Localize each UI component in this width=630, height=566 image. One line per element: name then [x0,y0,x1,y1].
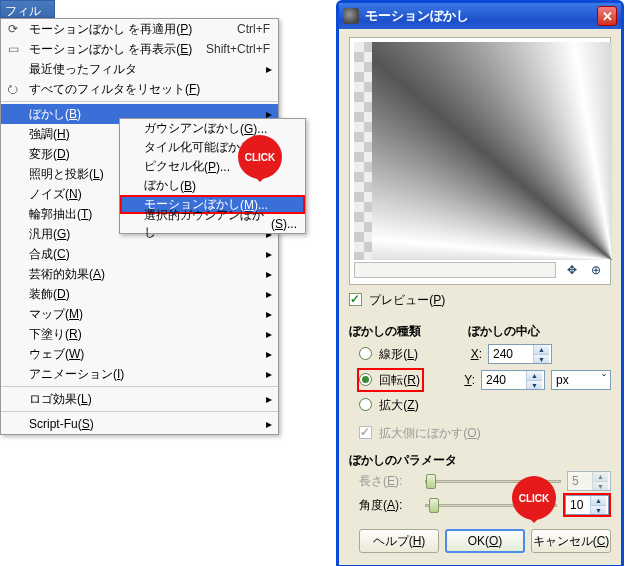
annotation-red-box: ▲▼ [563,493,611,517]
blur-center-group-label: ぼかしの中心 [468,323,611,340]
menu-combine[interactable]: 合成(C)▸ [1,244,278,264]
center-x-spinner[interactable]: ▲▼ [488,344,552,364]
center-x-label: X: [468,347,482,361]
radio-linear-label: 線形(L) [379,347,418,361]
radio-linear[interactable] [359,347,372,360]
preview-checkbox[interactable] [349,293,362,306]
angle-label: 角度(A): [359,497,419,514]
center-y-input[interactable] [482,373,526,387]
blur-outside-label: 拡大側にぼかす(O) [379,426,480,440]
help-button[interactable]: ヘルプ(H) [359,529,439,553]
center-y-label: Y: [461,373,475,387]
menu-decor[interactable]: 装飾(D)▸ [1,284,278,304]
center-x-input[interactable] [489,347,533,361]
radio-zoom[interactable] [359,398,372,411]
radio-rotation-label: 回転(R) [379,373,420,387]
close-icon: ✕ [602,9,613,24]
menu-logo[interactable]: ロゴ効果(L)▸ [1,389,278,409]
menu-reshow[interactable]: ▭ モーションぼかし を再表示(E) Shift+Ctrl+F [1,39,278,59]
annotation-red-box: 回転(R) [357,368,424,392]
menu-map[interactable]: マップ(M)▸ [1,304,278,324]
unit-select[interactable]: px ˇ [551,370,611,390]
menu-scriptfu[interactable]: Script-Fu(S)▸ [1,414,278,434]
preview-image [354,42,612,260]
length-input [568,474,592,488]
dialog-titlebar[interactable]: モーションぼかし ✕ [339,3,621,29]
sub-selgauss[interactable]: 選択的ガウシアンぼかし(S)... [120,214,305,233]
length-label: 長さ(E): [359,473,419,490]
preview-h-scrollbar[interactable] [354,262,556,278]
center-y-spinner[interactable]: ▲▼ [481,370,545,390]
angle-spinner[interactable]: ▲▼ [565,495,609,515]
app-icon [343,8,359,24]
reapply-icon: ⟳ [5,21,21,37]
blur-outside-checkbox [359,426,372,439]
radio-rotation[interactable] [359,373,372,386]
blur-type-group-label: ぼかしの種類 [349,323,464,340]
click-bubble-1: CLICK [238,135,282,179]
zoom-nav-icon[interactable]: ⊕ [586,262,606,278]
filter-menu-title[interactable]: フィルタ(R) [0,0,55,18]
click-bubble-2: CLICK [512,476,556,520]
menu-art[interactable]: 芸術的効果(A)▸ [1,264,278,284]
spinner-up-icon[interactable]: ▲ [591,496,606,505]
preview-label: プレビュー(P) [369,293,445,307]
move-icon[interactable]: ✥ [562,262,582,278]
menu-underpaint[interactable]: 下塗り(R)▸ [1,324,278,344]
menu-web[interactable]: ウェブ(W)▸ [1,344,278,364]
reshow-icon: ▭ [5,41,21,57]
dialog-title: モーションぼかし [365,7,597,25]
slider-handle [426,474,436,489]
close-button[interactable]: ✕ [597,6,617,26]
spinner-down-icon[interactable]: ▼ [527,380,542,389]
blur-param-group-label: ぼかしのパラメータ [349,452,611,469]
ok-button[interactable]: OK(O) [445,529,525,553]
blur-submenu: ガウシアンぼかし(G)... タイル化可能ぼかし(T)... ピクセル化(P).… [119,118,306,234]
length-spinner: ▲▼ [567,471,611,491]
spinner-up-icon[interactable]: ▲ [534,345,549,354]
motion-blur-dialog: モーションぼかし ✕ ✥ ⊕ プレビュー(P) ぼかしの種類 ぼかしの中心 [336,0,624,566]
menu-reset[interactable]: ⭮ すべてのフィルタをリセット(F) [1,79,278,99]
menu-reapply[interactable]: ⟳ モーションぼかし を再適用(P) Ctrl+F [1,19,278,39]
angle-input[interactable] [566,498,590,512]
spinner-down-icon[interactable]: ▼ [591,505,606,514]
menu-anim[interactable]: アニメーション(I)▸ [1,364,278,384]
slider-handle[interactable] [429,498,439,513]
spinner-down-icon[interactable]: ▼ [534,354,549,363]
preview-pane: ✥ ⊕ [349,37,611,285]
menu-recent[interactable]: 最近使ったフィルタ▸ [1,59,278,79]
sub-blur[interactable]: ぼかし(B) [120,176,305,195]
reset-icon: ⭮ [5,81,21,97]
spinner-up-icon[interactable]: ▲ [527,371,542,380]
chevron-down-icon: ˇ [602,373,606,387]
cancel-button[interactable]: キャンセル(C) [531,529,611,553]
radio-zoom-label: 拡大(Z) [379,398,418,412]
sub-gauss[interactable]: ガウシアンぼかし(G)... [120,119,305,138]
